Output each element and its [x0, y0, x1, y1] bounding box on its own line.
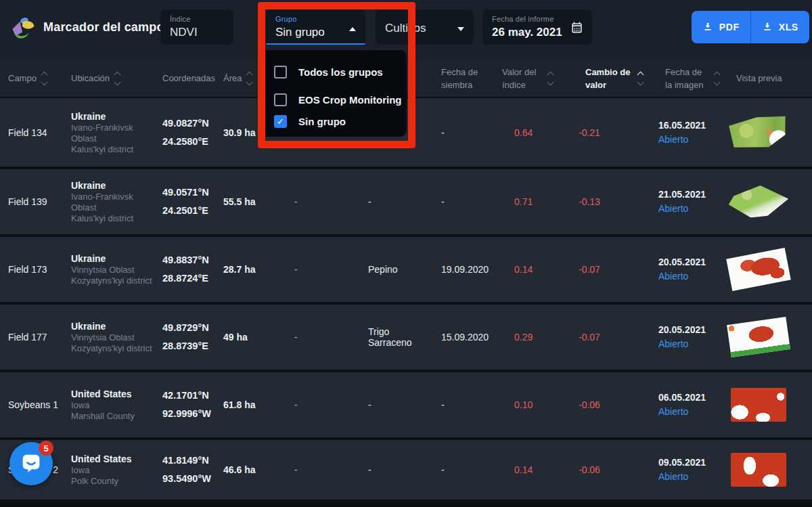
table-row[interactable]: Soybeans 1 United States Iowa Marshall C…	[0, 372, 812, 440]
location-country: United States	[71, 388, 159, 400]
field-scouting-page: Marcador del campo Índice NDVI Grupo Sin…	[0, 0, 812, 507]
field-name: Field 177	[0, 332, 68, 343]
group-cell: -	[284, 264, 362, 275]
location-region: Iowa	[71, 400, 159, 411]
chat-widget-button[interactable]: 5	[9, 442, 53, 485]
location-district: Kozyatyns'kyi district	[71, 343, 159, 354]
table-row[interactable]: Field 139 Ukraine Ivano-Frankivsk Oblast…	[0, 169, 812, 237]
dropdown-option-sin-grupo[interactable]: ✓ Sin grupo	[259, 110, 407, 132]
chevron-down-icon	[457, 27, 464, 31]
open-link[interactable]: Abierto	[658, 203, 688, 214]
field-preview-image[interactable]	[728, 184, 789, 219]
index-value-cell: 0.10	[497, 399, 570, 410]
column-header-vista-previa: Vista previa	[719, 72, 812, 85]
checkbox-unchecked-icon[interactable]	[274, 66, 287, 79]
open-link[interactable]: Abierto	[658, 271, 688, 282]
location-cell: United States Iowa Marshall County	[68, 388, 159, 422]
sort-icon[interactable]	[247, 72, 252, 85]
sort-icon[interactable]	[548, 72, 553, 85]
column-header-valor-indice[interactable]: Valor del índice	[497, 66, 570, 91]
open-link[interactable]: Abierto	[658, 134, 688, 145]
image-date-cell: 06.05.2021 Abierto	[648, 391, 719, 419]
area-cell: 55.5 ha	[220, 196, 284, 207]
report-date-value: 26 may. 2021	[492, 24, 583, 41]
table-row[interactable]: Soybeans 2 United States Iowa Polk Count…	[0, 440, 812, 500]
field-name: Field 134	[0, 127, 68, 138]
sowing-date-cell: -	[435, 464, 497, 475]
open-link[interactable]: Abierto	[658, 406, 688, 417]
index-value-cell: 0.71	[497, 196, 570, 207]
value-change-cell: -0.07	[570, 332, 648, 343]
group-cell: -	[284, 332, 362, 343]
dropdown-option-all-groups[interactable]: Todos los grupos	[259, 61, 407, 83]
field-preview-image[interactable]	[727, 317, 790, 357]
chevron-up-icon	[349, 27, 356, 31]
location-region: Vinnytsia Oblast	[71, 332, 159, 343]
index-value-cell: 0.29	[497, 332, 570, 343]
pdf-button-label: PDF	[719, 22, 740, 32]
location-district: Marshall County	[71, 411, 159, 422]
index-select[interactable]: Índice NDVI	[160, 9, 233, 45]
image-date-cell: 09.05.2021 Abierto	[648, 456, 719, 484]
preview-cell	[719, 388, 812, 422]
sort-icon-active[interactable]	[638, 72, 643, 85]
download-xls-button[interactable]: XLS	[751, 11, 810, 43]
report-date-select[interactable]: Fecha del informe 26 may. 2021	[482, 9, 592, 45]
field-name: Field 173	[0, 264, 68, 275]
crops-select[interactable]: Cultivos	[376, 9, 474, 45]
location-region: Iowa	[71, 465, 159, 476]
open-link[interactable]: Abierto	[658, 338, 688, 349]
open-link[interactable]: Abierto	[658, 471, 688, 482]
group-cell: -	[284, 464, 362, 475]
checkbox-checked-icon[interactable]: ✓	[274, 115, 287, 128]
longitude: 24.2580°E	[162, 133, 220, 151]
dropdown-option-eos-crop-monitoring[interactable]: EOS Crop Monitoring	[259, 89, 407, 110]
app-logo-icon[interactable]	[8, 14, 38, 44]
field-preview-image[interactable]	[726, 248, 791, 291]
topbar: Marcador del campo Índice NDVI Grupo Sin…	[0, 0, 812, 60]
column-header-fecha-siembra: Fecha de siembra	[435, 66, 497, 91]
download-pdf-button[interactable]: PDF	[692, 11, 750, 43]
crop-cell: Pepino	[362, 264, 435, 275]
crop-cell: Trigo Sarraceno	[362, 326, 435, 348]
field-preview-image[interactable]	[727, 112, 790, 152]
sort-icon[interactable]	[115, 72, 120, 85]
page-title: Marcador del campo	[43, 20, 164, 35]
column-header-fecha-imagen[interactable]: Fecha de la imagen	[648, 66, 719, 91]
field-preview-image[interactable]	[731, 388, 786, 422]
column-header-ubicacion[interactable]: Ubicación	[68, 72, 159, 85]
sowing-date-cell: -	[435, 196, 497, 207]
longitude: 93.5490°W	[162, 470, 220, 488]
location-district: Kozyatyns'kyi district	[71, 275, 159, 286]
checkbox-unchecked-icon[interactable]	[274, 93, 287, 106]
location-country: Ukraine	[71, 110, 159, 123]
download-icon	[762, 21, 773, 34]
column-header-campo[interactable]: Campo	[0, 72, 68, 85]
group-select[interactable]: Grupo Sin grupo	[266, 9, 365, 45]
longitude: 24.2501°E	[162, 202, 220, 220]
latitude: 49.0827°N	[162, 114, 220, 133]
latitude: 49.8729°N	[162, 319, 220, 337]
crops-select-value: Cultivos	[385, 20, 464, 37]
sowing-date-cell: -	[435, 399, 497, 410]
sort-icon[interactable]	[42, 72, 47, 85]
xls-button-label: XLS	[779, 22, 798, 32]
preview-cell	[719, 253, 812, 286]
table-row[interactable]: Field 177 Ukraine Vinnytsia Oblast Kozya…	[0, 305, 812, 372]
area-cell: 49 ha	[220, 332, 284, 343]
index-value-cell: 0.14	[497, 264, 570, 275]
location-country: Ukraine	[71, 179, 159, 192]
field-preview-image[interactable]	[731, 453, 786, 487]
value-change-cell: -0.06	[570, 464, 648, 475]
location-region: Ivano-Frankivsk Oblast	[71, 192, 159, 213]
crop-cell: -	[362, 399, 435, 410]
table-row[interactable]: Field 173 Ukraine Vinnytsia Oblast Kozya…	[0, 237, 812, 305]
location-country: Ukraine	[71, 320, 159, 332]
report-date-label: Fecha del informe	[492, 15, 583, 24]
coordinates-cell: 41.8149°N 93.5490°W	[159, 451, 220, 488]
download-buttons: PDF XLS	[692, 11, 809, 43]
group-cell: -	[284, 399, 362, 410]
sort-icon[interactable]	[715, 72, 719, 85]
coordinates-cell: 42.1701°N 92.9996°W	[159, 387, 220, 423]
column-header-cambio-valor[interactable]: Cambio de valor	[570, 66, 648, 91]
